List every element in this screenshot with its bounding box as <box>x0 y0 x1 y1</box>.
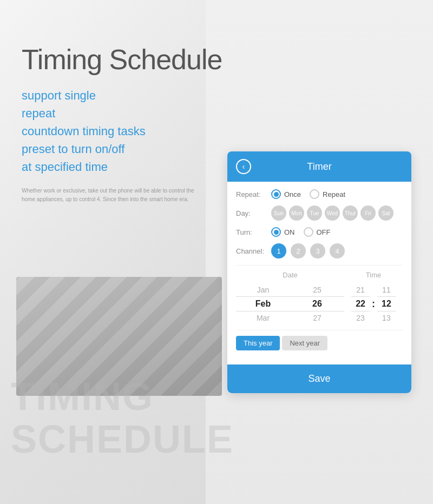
timer-header: ‹ Timer <box>227 151 411 182</box>
turn-options: ON OFF <box>271 227 331 237</box>
day-mon[interactable]: Mon <box>289 205 304 221</box>
left-panel: Timing Schedule support single repeat co… <box>22 43 227 204</box>
feature-support-single: support single <box>22 87 227 104</box>
day-sun[interactable]: Sun <box>271 205 286 221</box>
channel-2-label: 2 <box>296 247 300 255</box>
watermark: TIMING SCHEDULE <box>11 375 234 461</box>
day-fri[interactable]: Fri <box>360 205 376 221</box>
day-2: 27 <box>290 311 344 324</box>
once-radio[interactable] <box>271 189 281 199</box>
turn-row: Turn: ON OFF <box>236 227 403 237</box>
repeat-row: Repeat: Once Repeat <box>236 189 403 199</box>
channel-group: 1 2 3 4 <box>271 243 345 258</box>
hour-0: 21 <box>352 283 369 296</box>
day-label: Day: <box>236 209 271 217</box>
day-0: 25 <box>290 283 344 296</box>
day-wed-label: Wed <box>327 210 338 216</box>
day-sat-label: Sat <box>382 210 390 216</box>
channel-1[interactable]: 1 <box>271 243 286 258</box>
colon-separator: : <box>371 299 376 310</box>
year-buttons: This year Next year <box>236 336 403 350</box>
channel-3-label: 3 <box>316 247 319 255</box>
repeat-option-repeat[interactable]: Repeat <box>310 189 345 199</box>
channel-row: Channel: 1 2 3 4 <box>236 243 403 258</box>
this-year-button[interactable]: This year <box>236 336 280 350</box>
hour-col: 21 22 23 <box>351 283 370 324</box>
minute-1: 12 <box>377 296 396 311</box>
day-fri-label: Fri <box>365 210 371 216</box>
repeat-label: Repeat: <box>236 190 271 198</box>
feature-countdown: countdown timing tasks preset to turn on… <box>22 122 227 176</box>
day-row: Day: Sun Mon Tue Wed Thur Fri Sat <box>236 205 403 221</box>
turn-on-option[interactable]: ON <box>271 227 295 237</box>
minute-0: 11 <box>378 283 395 296</box>
timer-card: ‹ Timer Repeat: Once Repeat <box>227 151 411 393</box>
hour-1: 22 <box>351 296 370 311</box>
date-header: Date <box>236 271 344 279</box>
timer-title: Timer <box>307 161 331 173</box>
month-2: Mar <box>236 311 290 324</box>
repeat-option-once[interactable]: Once <box>271 189 301 199</box>
day-thur-label: Thur <box>345 210 356 216</box>
back-button[interactable]: ‹ <box>236 159 251 174</box>
off-label: OFF <box>317 228 331 236</box>
on-radio[interactable] <box>271 227 281 237</box>
watermark-line1: TIMING <box>11 375 234 418</box>
hour-2: 23 <box>352 311 369 324</box>
channel-2[interactable]: 2 <box>291 243 306 258</box>
on-radio-inner <box>274 230 279 235</box>
minute-col: 11 12 13 <box>377 283 396 324</box>
channel-1-label: 1 <box>277 247 280 255</box>
repeat-options: Once Repeat <box>271 189 345 199</box>
watermark-line2: SCHEDULE <box>11 418 234 461</box>
date-row-2: Mar 27 <box>236 311 344 324</box>
day-sat[interactable]: Sat <box>378 205 393 221</box>
back-arrow-icon: ‹ <box>242 163 245 170</box>
repeat-label-text: Repeat <box>323 190 345 198</box>
off-radio[interactable] <box>304 227 313 237</box>
turn-label: Turn: <box>236 228 271 236</box>
day-group: Sun Mon Tue Wed Thur Fri Sat <box>271 205 393 221</box>
timer-body: Repeat: Once Repeat Day: Sun Mon <box>227 182 411 364</box>
next-year-button[interactable]: Next year <box>282 336 327 350</box>
save-button[interactable]: Save <box>227 364 411 393</box>
date-row-0: Jan 25 <box>236 283 344 296</box>
date-row-1: Feb 26 <box>236 296 344 311</box>
main-title: Timing Schedule <box>22 43 227 76</box>
channel-label: Channel: <box>236 247 271 255</box>
day-sun-label: Sun <box>274 210 284 216</box>
date-picker: Jan 25 Feb 26 Mar 27 <box>236 283 344 324</box>
day-wed[interactable]: Wed <box>325 205 340 221</box>
time-colon: : : : <box>370 286 377 323</box>
time-picker: 21 22 23 : : : 11 12 13 <box>344 283 403 324</box>
once-radio-inner <box>274 192 279 197</box>
channel-4-label: 4 <box>335 247 339 255</box>
day-tue[interactable]: Tue <box>307 205 322 221</box>
channel-4[interactable]: 4 <box>330 243 345 258</box>
feature-repeat: repeat <box>22 104 227 122</box>
day-1: 26 <box>290 297 344 311</box>
feature-list: support single repeat countdown timing t… <box>22 87 227 176</box>
once-label: Once <box>284 190 301 198</box>
time-header: Time <box>344 271 403 279</box>
day-mon-label: Mon <box>291 210 301 216</box>
description-text: Whether work or exclusive, take out the … <box>22 187 195 204</box>
dt-headers: Date Time <box>236 271 403 279</box>
channel-3[interactable]: 3 <box>310 243 325 258</box>
month-0: Jan <box>236 283 290 296</box>
minute-2: 13 <box>378 311 395 324</box>
picker-area: Jan 25 Feb 26 Mar 27 <box>236 283 403 324</box>
on-label: ON <box>284 228 295 236</box>
turn-off-option[interactable]: OFF <box>304 227 331 237</box>
month-1: Feb <box>236 297 290 311</box>
repeat-radio[interactable] <box>310 189 319 199</box>
date-time-section: Date Time Jan 25 Feb 26 <box>236 265 403 330</box>
day-thur[interactable]: Thur <box>343 205 358 221</box>
day-tue-label: Tue <box>310 210 319 216</box>
